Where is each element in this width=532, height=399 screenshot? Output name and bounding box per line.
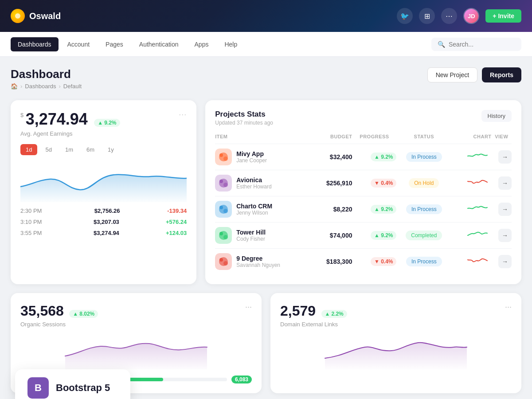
new-project-button[interactable]: New Project bbox=[427, 67, 477, 82]
page-title: Dashboard bbox=[11, 67, 82, 81]
topbar: Oswald 🐦 ⊞ ⋯ JD + Invite bbox=[0, 0, 532, 32]
project-budget: $74,000 bbox=[313, 223, 352, 249]
project-budget: $183,300 bbox=[313, 249, 352, 275]
project-chart bbox=[451, 196, 491, 223]
nav-item-apps[interactable]: Apps bbox=[188, 37, 216, 51]
project-status: Completed bbox=[396, 223, 451, 249]
main-grid: $ 3,274.94 ▲ 9.2% Avg. Agent Earnings ··… bbox=[11, 100, 521, 284]
project-thumb bbox=[215, 175, 232, 192]
view-button[interactable]: → bbox=[498, 176, 512, 190]
earnings-value: 3,274.94 bbox=[26, 110, 88, 128]
col-status: STATUS bbox=[396, 134, 451, 144]
links-header: 2,579 ▲ 2.2% Domain External Links ··· bbox=[280, 303, 512, 328]
bootstrap-title: Bootstrap 5 bbox=[56, 382, 110, 394]
project-view: → bbox=[492, 196, 512, 223]
links-card: 2,579 ▲ 2.2% Domain External Links ··· bbox=[270, 293, 521, 393]
search-input[interactable] bbox=[449, 41, 515, 48]
period-tab-1d[interactable]: 1d bbox=[20, 144, 37, 155]
nav-item-dashboards[interactable]: Dashboards bbox=[11, 37, 59, 51]
view-button[interactable]: → bbox=[498, 203, 512, 216]
project-name: Mivy App bbox=[236, 150, 267, 157]
links-menu-btn[interactable]: ··· bbox=[505, 303, 512, 311]
time-amount-2: $3,207.03 bbox=[94, 219, 119, 225]
history-button[interactable]: History bbox=[481, 110, 512, 122]
sessions-value: 35,568 bbox=[20, 303, 64, 319]
status-badge: Completed bbox=[406, 231, 442, 240]
avatar[interactable]: JD bbox=[463, 8, 479, 24]
status-badge: On Hold bbox=[409, 178, 439, 188]
project-status: In Process bbox=[396, 249, 451, 275]
projects-header: Projects Stats Updated 37 minutes ago Hi… bbox=[215, 110, 512, 126]
svg-point-2 bbox=[219, 153, 223, 157]
sessions-menu-btn[interactable]: ··· bbox=[245, 303, 252, 311]
project-thumb bbox=[215, 149, 232, 165]
svg-point-7 bbox=[223, 183, 228, 187]
nav-item-help[interactable]: Help bbox=[217, 37, 244, 51]
earnings-badge: ▲ 9.2% bbox=[94, 119, 120, 127]
project-progress: ▼ 0.4% bbox=[352, 170, 396, 196]
table-row: Mivy App Jane Cooper $32,400 ▲ 9.2% In P… bbox=[215, 144, 512, 170]
links-chart bbox=[280, 334, 512, 369]
page-title-block: Dashboard 🏠 › Dashboards › Default bbox=[11, 67, 82, 90]
sessions-value-block: 35,568 ▲ 8.02% Organic Sessions bbox=[20, 303, 98, 328]
bottom-grid: 35,568 ▲ 8.02% Organic Sessions ··· bbox=[11, 293, 521, 393]
nav-item-authentication[interactable]: Authentication bbox=[132, 37, 186, 51]
progress-badge: ▲ 9.2% bbox=[371, 205, 397, 214]
sessions-chart bbox=[20, 334, 252, 369]
project-owner: Savannah Nguyen bbox=[236, 262, 280, 268]
breadcrumb: 🏠 › Dashboards › Default bbox=[11, 83, 82, 90]
svg-point-11 bbox=[223, 209, 228, 213]
bootstrap-overlay: B Bootstrap 5 bbox=[15, 369, 130, 399]
svg-point-6 bbox=[219, 180, 223, 183]
projects-title-block: Projects Stats Updated 37 minutes ago bbox=[215, 110, 273, 126]
status-badge: In Process bbox=[406, 204, 442, 214]
period-tab-6m[interactable]: 6m bbox=[81, 144, 100, 155]
nav-item-account[interactable]: Account bbox=[60, 37, 97, 51]
project-item: Mivy App Jane Cooper bbox=[215, 149, 313, 165]
time-change-1: -139.34 bbox=[167, 207, 187, 214]
svg-point-15 bbox=[223, 235, 228, 239]
time-label-1: 2:30 PM bbox=[20, 207, 47, 214]
period-tab-1m[interactable]: 1m bbox=[60, 144, 78, 155]
earnings-menu-btn[interactable]: ··· bbox=[179, 110, 187, 119]
project-progress: ▲ 9.2% bbox=[352, 223, 396, 249]
table-row: Tower Hill Cody Fisher $74,000 ▲ 9.2% Co… bbox=[215, 223, 512, 249]
links-badge: ▲ 2.2% bbox=[321, 310, 347, 318]
sessions-badge: ▲ 8.02% bbox=[69, 310, 98, 318]
project-owner: Cody Fisher bbox=[236, 236, 266, 242]
links-value: 2,579 bbox=[280, 303, 316, 319]
table-row: Charto CRM Jenny Wilson $8,220 ▲ 9.2% In… bbox=[215, 196, 512, 223]
earnings-badge-arrow: ▲ bbox=[98, 120, 103, 126]
links-value-block: 2,579 ▲ 2.2% Domain External Links bbox=[280, 303, 347, 328]
sessions-badge-value: 8.02% bbox=[79, 311, 94, 317]
project-name: Charto CRM bbox=[236, 203, 272, 210]
projects-card: Projects Stats Updated 37 minutes ago Hi… bbox=[205, 100, 521, 284]
project-item: 9 Degree Savannah Nguyen bbox=[215, 253, 313, 270]
logo: Oswald bbox=[11, 9, 61, 23]
progress-badge: ▲ 9.2% bbox=[371, 153, 397, 161]
period-tab-1y[interactable]: 1y bbox=[102, 144, 119, 155]
nav-item-pages[interactable]: Pages bbox=[98, 37, 130, 51]
project-budget: $32,400 bbox=[313, 144, 352, 170]
topbar-icon-btn-1[interactable]: 🐦 bbox=[397, 8, 413, 24]
search-bar: 🔍 bbox=[431, 38, 521, 51]
project-view: → bbox=[492, 144, 512, 170]
invite-button[interactable]: + Invite bbox=[485, 9, 521, 23]
topbar-actions: 🐦 ⊞ ⋯ JD + Invite bbox=[397, 8, 521, 24]
project-owner: Jane Cooper bbox=[236, 157, 267, 164]
sessions-badge-arrow: ▲ bbox=[73, 311, 78, 317]
view-button[interactable]: → bbox=[498, 150, 512, 164]
period-tab-5d[interactable]: 5d bbox=[40, 144, 57, 155]
breadcrumb-dashboards[interactable]: Dashboards bbox=[25, 83, 56, 90]
reports-button[interactable]: Reports bbox=[482, 67, 521, 82]
svg-point-14 bbox=[219, 232, 223, 235]
table-row: Avionica Esther Howard $256,910 ▼ 0.4% O… bbox=[215, 170, 512, 196]
view-button[interactable]: → bbox=[498, 229, 512, 242]
links-badge-value: 2.2% bbox=[331, 311, 343, 317]
time-row-2: 3:10 PM $3,207.03 +576.24 bbox=[20, 219, 187, 225]
project-item: Avionica Esther Howard bbox=[215, 175, 313, 192]
topbar-icon-btn-3[interactable]: ⋯ bbox=[441, 8, 457, 24]
progress-badge: ▲ 9.2% bbox=[371, 231, 397, 240]
view-button[interactable]: → bbox=[498, 255, 512, 268]
topbar-icon-btn-2[interactable]: ⊞ bbox=[419, 8, 435, 24]
